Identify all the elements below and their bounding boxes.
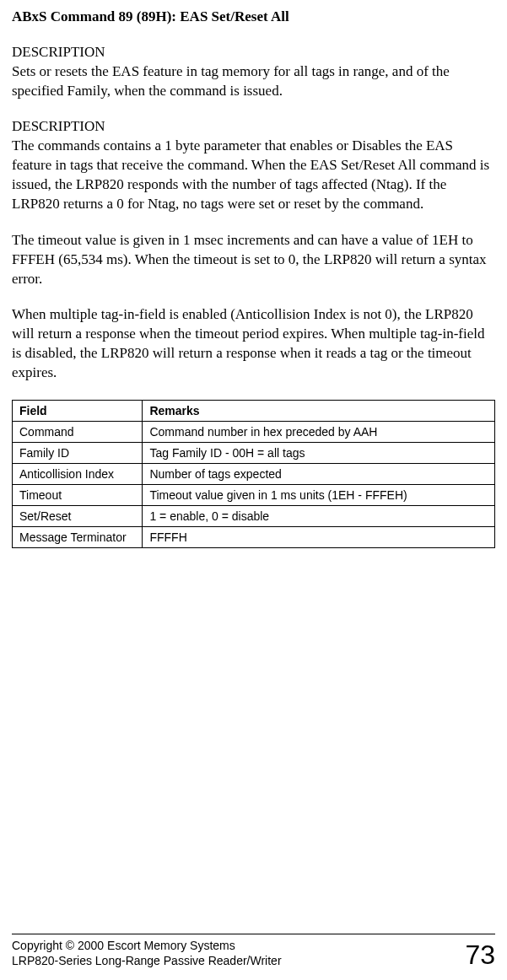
- table-row: Command Command number in hex preceded b…: [13, 422, 495, 443]
- table-row: Message Terminator FFFFH: [13, 527, 495, 548]
- table-cell: FFFFH: [143, 527, 495, 548]
- table-cell: Message Terminator: [13, 527, 143, 548]
- body-paragraph: When multiple tag-in-field is enabled (A…: [12, 305, 495, 383]
- page-number: 73: [465, 941, 495, 968]
- table-cell: Timeout value given in 1 ms units (1EH -…: [143, 485, 495, 506]
- table-header-row: Field Remarks: [13, 401, 495, 422]
- section-heading: DESCRIPTION: [12, 44, 495, 61]
- table-cell: Family ID: [13, 443, 143, 464]
- copyright-line: Copyright © 2000 Escort Memory Systems: [12, 938, 282, 953]
- table-cell: Set/Reset: [13, 506, 143, 527]
- table-row: Set/Reset 1 = enable, 0 = disable: [13, 506, 495, 527]
- table-cell: Anticollision Index: [13, 464, 143, 485]
- table-header-cell: Remarks: [143, 401, 495, 422]
- table-cell: Tag Family ID - 00H = all tags: [143, 443, 495, 464]
- page-title: ABxS Command 89 (89H): EAS Set/Reset All: [12, 8, 495, 25]
- product-line: LRP820-Series Long-Range Passive Reader/…: [12, 953, 282, 968]
- body-paragraph: Sets or resets the EAS feature in tag me…: [12, 62, 495, 101]
- parameters-table: Field Remarks Command Command number in …: [12, 400, 495, 548]
- table-cell: 1 = enable, 0 = disable: [143, 506, 495, 527]
- table-cell: Timeout: [13, 485, 143, 506]
- table-row: Anticollision Index Number of tags expec…: [13, 464, 495, 485]
- body-paragraph: The timeout value is given in 1 msec inc…: [12, 231, 495, 289]
- table-header-cell: Field: [13, 401, 143, 422]
- table-cell: Command number in hex preceded by AAH: [143, 422, 495, 443]
- body-paragraph: The commands contains a 1 byte parameter…: [12, 137, 495, 214]
- page-footer: Copyright © 2000 Escort Memory Systems L…: [12, 934, 495, 968]
- footer-text: Copyright © 2000 Escort Memory Systems L…: [12, 938, 282, 968]
- table-cell: Command: [13, 422, 143, 443]
- section-heading: DESCRIPTION: [12, 118, 495, 135]
- table-cell: Number of tags expected: [143, 464, 495, 485]
- table-row: Family ID Tag Family ID - 00H = all tags: [13, 443, 495, 464]
- table-row: Timeout Timeout value given in 1 ms unit…: [13, 485, 495, 506]
